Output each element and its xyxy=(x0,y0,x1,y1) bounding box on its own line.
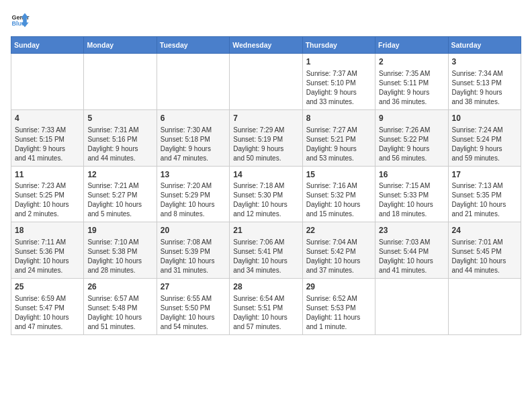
day-number: 21 xyxy=(233,225,298,236)
day-number: 18 xyxy=(15,225,80,236)
weekday-header-saturday: Saturday xyxy=(448,37,521,54)
day-info: Sunrise: 7:16 AM Sunset: 5:32 PM Dayligh… xyxy=(306,181,371,219)
calendar-cell: 12Sunrise: 7:21 AM Sunset: 5:27 PM Dayli… xyxy=(84,166,157,222)
day-info: Sunrise: 7:21 AM Sunset: 5:27 PM Dayligh… xyxy=(87,181,152,219)
calendar-cell xyxy=(375,279,448,335)
calendar-cell: 22Sunrise: 7:04 AM Sunset: 5:42 PM Dayli… xyxy=(302,222,375,279)
day-number: 1 xyxy=(306,56,371,68)
calendar-cell: 11Sunrise: 7:23 AM Sunset: 5:25 PM Dayli… xyxy=(11,166,84,222)
calendar-cell xyxy=(448,279,521,335)
day-number: 25 xyxy=(15,281,80,293)
day-number: 27 xyxy=(161,281,226,293)
day-info: Sunrise: 7:34 AM Sunset: 5:13 PM Dayligh… xyxy=(452,69,517,107)
day-info: Sunrise: 7:08 AM Sunset: 5:39 PM Dayligh… xyxy=(161,238,226,275)
calendar-header: SundayMondayTuesdayWednesdayThursdayFrid… xyxy=(11,37,521,54)
calendar-cell: 19Sunrise: 7:10 AM Sunset: 5:38 PM Dayli… xyxy=(84,222,157,279)
calendar-cell: 29Sunrise: 6:52 AM Sunset: 5:53 PM Dayli… xyxy=(302,279,375,335)
day-number: 3 xyxy=(452,56,517,68)
day-number: 22 xyxy=(306,225,371,236)
day-number: 16 xyxy=(379,169,444,181)
calendar-cell: 24Sunrise: 7:01 AM Sunset: 5:45 PM Dayli… xyxy=(448,222,521,279)
day-number: 11 xyxy=(15,169,80,181)
calendar-week-4: 18Sunrise: 7:11 AM Sunset: 5:36 PM Dayli… xyxy=(11,222,521,279)
day-info: Sunrise: 7:10 AM Sunset: 5:38 PM Dayligh… xyxy=(87,238,152,275)
day-number: 2 xyxy=(379,56,444,68)
day-info: Sunrise: 7:11 AM Sunset: 5:36 PM Dayligh… xyxy=(15,238,80,275)
calendar-cell xyxy=(230,54,302,110)
calendar-week-3: 11Sunrise: 7:23 AM Sunset: 5:25 PM Dayli… xyxy=(11,166,521,222)
calendar-cell: 8Sunrise: 7:27 AM Sunset: 5:21 PM Daylig… xyxy=(302,109,375,166)
day-number: 12 xyxy=(87,169,152,181)
day-info: Sunrise: 7:33 AM Sunset: 5:15 PM Dayligh… xyxy=(15,126,80,163)
day-number: 19 xyxy=(87,225,152,236)
weekday-header-sunday: Sunday xyxy=(11,37,84,54)
calendar-cell: 3Sunrise: 7:34 AM Sunset: 5:13 PM Daylig… xyxy=(448,54,521,110)
weekday-header-tuesday: Tuesday xyxy=(157,37,229,54)
calendar-cell: 27Sunrise: 6:55 AM Sunset: 5:50 PM Dayli… xyxy=(157,279,229,335)
day-number: 4 xyxy=(15,113,80,124)
day-number: 28 xyxy=(233,281,298,293)
day-info: Sunrise: 7:01 AM Sunset: 5:45 PM Dayligh… xyxy=(452,238,517,275)
logo: General Blue xyxy=(11,11,30,30)
day-info: Sunrise: 7:23 AM Sunset: 5:25 PM Dayligh… xyxy=(15,181,80,219)
day-info: Sunrise: 6:57 AM Sunset: 5:48 PM Dayligh… xyxy=(87,294,152,332)
calendar-cell: 5Sunrise: 7:31 AM Sunset: 5:16 PM Daylig… xyxy=(84,109,157,166)
day-number: 10 xyxy=(452,113,517,124)
day-info: Sunrise: 7:35 AM Sunset: 5:11 PM Dayligh… xyxy=(379,69,444,107)
calendar-cell: 21Sunrise: 7:06 AM Sunset: 5:41 PM Dayli… xyxy=(230,222,302,279)
calendar-week-5: 25Sunrise: 6:59 AM Sunset: 5:47 PM Dayli… xyxy=(11,279,521,335)
day-info: Sunrise: 7:20 AM Sunset: 5:29 PM Dayligh… xyxy=(161,181,226,219)
header: General Blue xyxy=(11,11,521,30)
calendar-cell: 4Sunrise: 7:33 AM Sunset: 5:15 PM Daylig… xyxy=(11,109,84,166)
day-number: 24 xyxy=(452,225,517,236)
day-info: Sunrise: 7:31 AM Sunset: 5:16 PM Dayligh… xyxy=(87,126,152,163)
day-number: 8 xyxy=(306,113,371,124)
day-info: Sunrise: 7:15 AM Sunset: 5:33 PM Dayligh… xyxy=(379,181,444,219)
calendar-cell: 2Sunrise: 7:35 AM Sunset: 5:11 PM Daylig… xyxy=(375,54,448,110)
day-info: Sunrise: 7:06 AM Sunset: 5:41 PM Dayligh… xyxy=(233,238,298,275)
day-number: 14 xyxy=(233,169,298,181)
day-info: Sunrise: 7:03 AM Sunset: 5:44 PM Dayligh… xyxy=(379,238,444,275)
day-number: 17 xyxy=(452,169,517,181)
day-info: Sunrise: 7:27 AM Sunset: 5:21 PM Dayligh… xyxy=(306,126,371,163)
day-info: Sunrise: 6:59 AM Sunset: 5:47 PM Dayligh… xyxy=(15,294,80,332)
calendar-cell: 15Sunrise: 7:16 AM Sunset: 5:32 PM Dayli… xyxy=(302,166,375,222)
calendar-cell: 25Sunrise: 6:59 AM Sunset: 5:47 PM Dayli… xyxy=(11,279,84,335)
day-info: Sunrise: 7:30 AM Sunset: 5:18 PM Dayligh… xyxy=(161,126,226,163)
day-number: 13 xyxy=(161,169,226,181)
day-number: 5 xyxy=(87,113,152,124)
calendar: SundayMondayTuesdayWednesdayThursdayFrid… xyxy=(11,36,521,335)
day-info: Sunrise: 6:55 AM Sunset: 5:50 PM Dayligh… xyxy=(161,294,226,332)
day-number: 7 xyxy=(233,113,298,124)
day-number: 9 xyxy=(379,113,444,124)
calendar-cell: 26Sunrise: 6:57 AM Sunset: 5:48 PM Dayli… xyxy=(84,279,157,335)
calendar-cell xyxy=(157,54,229,110)
day-info: Sunrise: 6:52 AM Sunset: 5:53 PM Dayligh… xyxy=(306,294,371,332)
weekday-header-thursday: Thursday xyxy=(302,37,375,54)
calendar-cell: 18Sunrise: 7:11 AM Sunset: 5:36 PM Dayli… xyxy=(11,222,84,279)
day-number: 20 xyxy=(161,225,226,236)
calendar-cell: 20Sunrise: 7:08 AM Sunset: 5:39 PM Dayli… xyxy=(157,222,229,279)
day-number: 15 xyxy=(306,169,371,181)
day-number: 26 xyxy=(87,281,152,293)
calendar-cell xyxy=(11,54,84,110)
calendar-cell: 9Sunrise: 7:26 AM Sunset: 5:22 PM Daylig… xyxy=(375,109,448,166)
calendar-cell: 16Sunrise: 7:15 AM Sunset: 5:33 PM Dayli… xyxy=(375,166,448,222)
day-info: Sunrise: 7:29 AM Sunset: 5:19 PM Dayligh… xyxy=(233,126,298,163)
calendar-cell: 6Sunrise: 7:30 AM Sunset: 5:18 PM Daylig… xyxy=(157,109,229,166)
calendar-week-1: 1Sunrise: 7:37 AM Sunset: 5:10 PM Daylig… xyxy=(11,54,521,110)
calendar-cell: 14Sunrise: 7:18 AM Sunset: 5:30 PM Dayli… xyxy=(230,166,302,222)
calendar-cell: 13Sunrise: 7:20 AM Sunset: 5:29 PM Dayli… xyxy=(157,166,229,222)
calendar-cell xyxy=(84,54,157,110)
calendar-cell: 17Sunrise: 7:13 AM Sunset: 5:35 PM Dayli… xyxy=(448,166,521,222)
day-info: Sunrise: 7:26 AM Sunset: 5:22 PM Dayligh… xyxy=(379,126,444,163)
day-info: Sunrise: 7:37 AM Sunset: 5:10 PM Dayligh… xyxy=(306,69,371,107)
weekday-header-monday: Monday xyxy=(84,37,157,54)
weekday-header-wednesday: Wednesday xyxy=(230,37,302,54)
day-info: Sunrise: 7:04 AM Sunset: 5:42 PM Dayligh… xyxy=(306,238,371,275)
day-info: Sunrise: 7:13 AM Sunset: 5:35 PM Dayligh… xyxy=(452,181,517,219)
calendar-cell: 10Sunrise: 7:24 AM Sunset: 5:24 PM Dayli… xyxy=(448,109,521,166)
calendar-cell: 28Sunrise: 6:54 AM Sunset: 5:51 PM Dayli… xyxy=(230,279,302,335)
day-info: Sunrise: 7:18 AM Sunset: 5:30 PM Dayligh… xyxy=(233,181,298,219)
calendar-cell: 23Sunrise: 7:03 AM Sunset: 5:44 PM Dayli… xyxy=(375,222,448,279)
